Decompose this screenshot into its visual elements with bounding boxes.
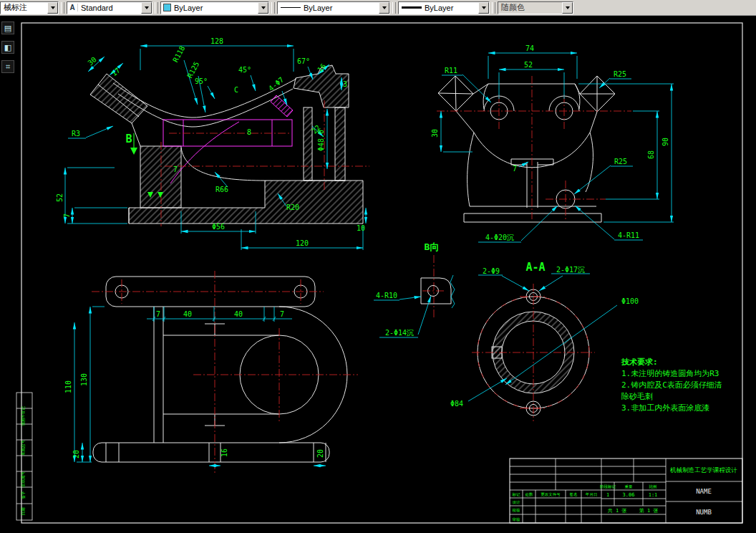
titleblock-sheet-no: 第 1 张 xyxy=(639,508,659,514)
label-front-b: B xyxy=(125,133,132,145)
lineweight-line-icon xyxy=(402,6,422,9)
dim-front-17: 17 xyxy=(110,66,122,77)
dim-side-30: 30 xyxy=(431,129,439,138)
properties-toolbar: 械标注 A Standard ByLayer ByLayer ByLayer 随… xyxy=(0,0,756,16)
notes-line-4: 除砂毛刺 xyxy=(621,392,653,401)
titleblock-qty: 1 xyxy=(606,492,609,498)
titleblock-weight: 3.06 xyxy=(623,492,635,498)
dim-plan-40a: 40 xyxy=(183,310,192,318)
grid-icon: ⌗ xyxy=(6,62,10,71)
color-arrow-icon[interactable] xyxy=(258,2,268,14)
dim-side-90: 90 xyxy=(662,138,669,146)
titleblock-scale: 1:1 xyxy=(649,492,658,498)
toolbar-grip[interactable] xyxy=(61,2,64,14)
notes-line-3: 2.铸内腔及C表面必须仔细清 xyxy=(621,380,722,390)
left-tool-button-3[interactable]: ⌗ xyxy=(1,60,14,73)
dim-front-48: Φ48.0 xyxy=(317,130,325,151)
dim-front-52: 52 xyxy=(56,193,64,202)
left-toolbar: ▤ ◧ ⌗ xyxy=(0,16,16,533)
titleblock-date-header: 年月日 xyxy=(586,492,598,497)
dim-front-95: 95° xyxy=(195,77,208,85)
dim-front-7a: 7 xyxy=(173,165,178,173)
titleblock-design-row: 设计 xyxy=(513,500,521,504)
linetype-value: ByLayer xyxy=(301,4,379,12)
dim-plan-7a: 7 xyxy=(156,310,160,318)
linetype-arrow-icon[interactable] xyxy=(379,2,389,14)
dim-b-2x14: 2-Φ14沉 xyxy=(385,329,414,337)
dim-style-combo[interactable]: 械标注 xyxy=(0,1,59,14)
dim-side-68: 68 xyxy=(647,150,655,159)
dim-front-56: Φ56 xyxy=(212,223,225,231)
technical-notes: 技术要求: 1.未注明的铸造圆角均为R3 2.铸内腔及C表面必须仔细清 除砂毛刺… xyxy=(621,357,722,413)
side-table-row-8: 日期 xyxy=(21,507,26,516)
side-table-row-7: 签字 xyxy=(21,491,26,499)
titleblock-scale-header: 比例 xyxy=(649,484,657,489)
notes-line-2: 1.未注明的铸造圆角均为R3 xyxy=(621,369,719,378)
titleblock-title: 机械制造工艺学课程设计 xyxy=(669,466,737,474)
toolbar-grip[interactable] xyxy=(271,2,275,14)
titleblock-stage-header: 阶段标记 xyxy=(600,484,616,489)
dim-plan-16: 16 xyxy=(220,448,228,457)
color-combo[interactable]: ByLayer xyxy=(160,1,269,14)
lineweight-arrow-icon[interactable] xyxy=(478,2,489,14)
front-view: 128 30 17 R118 R125 45° 95° C 4-Φ7 67° 1… xyxy=(56,37,369,250)
dim-plan-7b: 7 xyxy=(280,310,284,318)
dim-front-r66: R66 xyxy=(215,186,228,193)
dim-b-4r10: 4-R10 xyxy=(376,292,397,299)
text-style-value: Standard xyxy=(78,4,141,12)
dim-front-120: 120 xyxy=(296,239,309,247)
color-swatch-icon xyxy=(163,4,171,11)
dim-side-74: 74 xyxy=(525,44,534,52)
left-tool-button-1[interactable]: ▤ xyxy=(1,21,14,34)
text-style-arrow-icon[interactable] xyxy=(141,2,152,14)
linetype-line-icon xyxy=(281,7,301,8)
dim-front-7b: 7 xyxy=(63,213,71,218)
dim-front-r20: R20 xyxy=(286,203,299,211)
linetype-combo[interactable]: ByLayer xyxy=(277,1,390,14)
title-block: 机械制造工艺学课程设计 NAME NUMB 阶段标记 重量 比例 1 3.06 … xyxy=(510,458,742,523)
dim-front-8: 8 xyxy=(247,128,251,136)
section-title: A-A xyxy=(525,261,545,274)
side-table-row-4: 底图总号 xyxy=(21,440,26,456)
notes-line-5: 3.非加工内外表面涂底漆 xyxy=(621,403,709,413)
dim-plan-20a: 20 xyxy=(72,450,80,458)
toolbar-grip[interactable] xyxy=(392,2,396,14)
plan-view: 110 130 7 40 40 7 20 16 20 xyxy=(64,271,358,473)
dim-front-128: 128 xyxy=(210,37,223,45)
dim-front-3: 3 xyxy=(343,80,347,88)
dim-side-52: 52 xyxy=(524,61,533,69)
dim-plan-110: 110 xyxy=(64,380,72,393)
titleblock-count-header: 处数 xyxy=(525,492,534,497)
dim-front-r3: R3 xyxy=(72,130,80,138)
titleblock-file-header: 更改文件号 xyxy=(541,492,561,496)
b-direction-view: B向 4-R10 2-Φ14沉 xyxy=(374,241,455,337)
plot-style-value: 随颜色 xyxy=(498,2,562,13)
side-table-row-2: 借用件登记 xyxy=(21,406,26,426)
blocks-icon: ◧ xyxy=(4,43,11,52)
dim-side-7: 7 xyxy=(513,165,517,173)
drawing-canvas[interactable]: 128 30 17 R118 R125 45° 95° C 4-Φ7 67° 1… xyxy=(0,16,756,533)
text-style-icon: A xyxy=(67,4,78,11)
dim-side-r25a: R25 xyxy=(614,70,626,78)
dim-side-4xr11: 4-R11 xyxy=(618,231,639,239)
dim-side-r11: R11 xyxy=(445,67,457,75)
b-view-title: B向 xyxy=(425,241,440,252)
dim-side-4x20: 4-Φ20沉 xyxy=(485,234,514,241)
dim-front-30: 30 xyxy=(87,55,98,67)
notes-line-1: 技术要求: xyxy=(621,357,658,367)
dim-aa-100: Φ100 xyxy=(621,297,639,305)
dim-plan-130: 130 xyxy=(80,373,88,386)
text-style-combo[interactable]: A Standard xyxy=(67,1,152,14)
left-tool-button-2[interactable]: ◧ xyxy=(1,41,14,54)
plot-style-combo[interactable]: 随颜色 xyxy=(498,1,573,14)
lineweight-combo[interactable]: ByLayer xyxy=(398,1,490,14)
dim-style-arrow-icon[interactable] xyxy=(47,2,58,14)
dim-style-value: 械标注 xyxy=(1,2,47,13)
titleblock-sign-header: 签名 xyxy=(570,492,578,497)
plot-style-arrow-icon[interactable] xyxy=(562,2,573,14)
dim-front-45: 45° xyxy=(238,66,251,74)
toolbar-grip[interactable] xyxy=(155,2,158,14)
dim-front-4x7: 4-Φ7 xyxy=(267,75,286,92)
dim-aa-2x17: 2-Φ17沉 xyxy=(556,266,585,274)
toolbar-grip[interactable] xyxy=(492,2,495,14)
